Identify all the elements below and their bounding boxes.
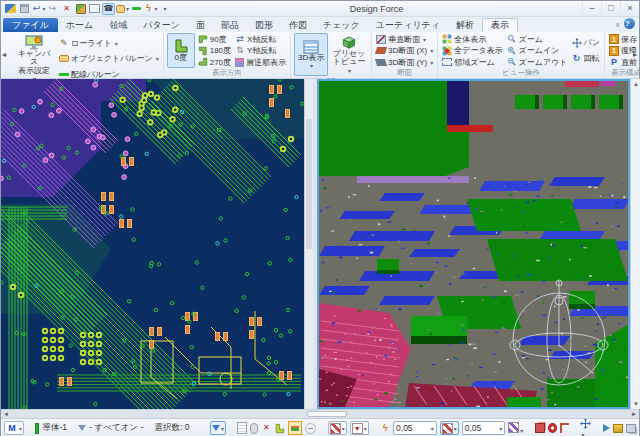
area-zoom-button[interactable]: 領域ズーム — [441, 57, 503, 68]
hscroll-thumb[interactable] — [307, 411, 347, 417]
delete-marker-icon[interactable] — [60, 3, 73, 15]
l-shape-270-icon — [198, 57, 208, 67]
pcb-3d-canvas[interactable] — [319, 81, 628, 407]
hscroll-left-icon[interactable] — [1, 410, 11, 418]
tab-shape[interactable]: 図形 — [247, 18, 281, 32]
zoom-out-button[interactable]: ズームアウト — [506, 57, 569, 68]
fit-view-button[interactable]: 全体表示 — [441, 34, 503, 45]
pcb-2d-canvas[interactable] — [1, 79, 304, 409]
layer-reverse-button[interactable]: 層逆順表示 — [234, 57, 287, 68]
mouse-toggle-icon[interactable] — [250, 423, 258, 434]
bolt-icon[interactable] — [144, 3, 157, 15]
highlight-icon[interactable] — [613, 424, 623, 433]
component-display-toggle-icon[interactable] — [288, 421, 302, 435]
vscroll-down-icon[interactable] — [631, 399, 640, 409]
vertical-section-button[interactable]: 垂直断面 — [375, 34, 434, 45]
red-grid-dropdown-button[interactable] — [328, 421, 347, 435]
all-data-view-button[interactable]: 全データ表示 — [441, 45, 503, 56]
flip-x-button[interactable]: X軸反転 — [234, 34, 287, 45]
clipboard-toggle-icon[interactable] — [237, 422, 247, 434]
ribbon-scroll-right-icon[interactable]: ▸ — [633, 50, 637, 59]
tab-utility[interactable]: ユーティリティ — [368, 18, 448, 32]
preset-view-button[interactable]: プリセットビュー — [330, 33, 368, 76]
zoom-in-button[interactable]: ズームイン — [506, 45, 569, 56]
filter-state-label[interactable]: - すべてオン - — [89, 422, 143, 434]
minus-toggle-icon[interactable] — [305, 423, 316, 434]
collapse-ribbon-icon[interactable] — [615, 19, 620, 29]
config-save-button[interactable]: 1保存 — [608, 34, 640, 45]
tab-draw[interactable]: 作図 — [281, 18, 315, 32]
active-layer-label[interactable]: 導体-1 — [42, 422, 67, 434]
grid-toggle-icon[interactable] — [74, 3, 87, 15]
tab-analysis[interactable]: 解析 — [448, 18, 482, 32]
mode-button[interactable]: M — [4, 421, 24, 435]
left-vscroll-thumb[interactable] — [306, 119, 312, 249]
corner-route-icon[interactable] — [560, 423, 569, 433]
grid-size-combo-2[interactable]: 0,05 — [462, 421, 506, 435]
zoom-out-label: ズームアウト — [519, 57, 568, 68]
l-shape-180-icon — [198, 46, 208, 56]
help-icon[interactable]: ? — [624, 18, 635, 29]
rotate-270-button[interactable]: 270度 — [197, 57, 232, 68]
ribbon-group-3d: 3D表示 プリセットビュー 3D — [291, 33, 372, 78]
filter-dropdown-button[interactable] — [210, 421, 226, 435]
right-canvas-vscrollbar[interactable] — [630, 79, 640, 409]
canvas-display-settings-button[interactable]: キャンバス 表示設定 — [12, 33, 56, 84]
minimize-button[interactable]: – — [582, 1, 601, 15]
wire-icon[interactable] — [130, 3, 143, 15]
pan-button[interactable]: パン — [571, 37, 601, 48]
maximize-button[interactable]: □ — [601, 1, 620, 15]
ribbon-scroll-left-icon[interactable]: ◂ — [2, 50, 6, 59]
rotate-90-button[interactable]: 90度 — [197, 34, 232, 45]
board-shape-toggle-icon[interactable] — [274, 423, 285, 434]
checker-dropdown-button[interactable] — [508, 422, 523, 435]
tab-home[interactable]: ホーム — [58, 18, 101, 32]
app-icon[interactable] — [4, 3, 17, 15]
ribbon: ◂ キャンバス 表示設定 ローライト オブジェクトバルーン 配線バルーン — [1, 32, 639, 79]
3d-section-x-button[interactable]: 3D断面 (X) — [375, 45, 434, 56]
tab-pattern[interactable]: パターン — [135, 18, 188, 32]
red-marker-dropdown-button[interactable] — [350, 421, 369, 435]
grid-size-combo-1[interactable]: 0,05 — [393, 421, 437, 435]
3d-section-y-button[interactable]: 3D断面 (Y) — [375, 57, 434, 68]
mode-m-label: M — [6, 423, 18, 433]
route-arrow-icon[interactable] — [603, 424, 610, 432]
rotate-view-label: 回転 — [584, 53, 600, 64]
rotate-view-button[interactable]: 回転 — [571, 53, 601, 64]
tab-plane[interactable]: 面 — [188, 18, 213, 32]
redo-icon[interactable] — [46, 3, 59, 15]
balloon-icon[interactable] — [116, 3, 129, 15]
wire-balloon-button[interactable]: 配線バルーン — [58, 69, 160, 80]
horizontal-scrollbar[interactable] — [1, 409, 639, 418]
phone-icon[interactable] — [102, 3, 115, 15]
tab-check[interactable]: チェック — [315, 18, 368, 32]
object-balloon-button[interactable]: オブジェクトバルーン — [58, 53, 160, 64]
tab-display[interactable]: 表示 — [482, 18, 518, 32]
tab-area[interactable]: 領域 — [101, 18, 135, 32]
zoom-box-icon[interactable] — [88, 3, 101, 15]
hscroll-right-icon[interactable] — [629, 410, 639, 418]
vscroll-up-icon[interactable] — [631, 79, 640, 89]
grid-mode-icon — [442, 423, 453, 434]
qat-more-button[interactable] — [158, 3, 171, 15]
tab-file[interactable]: ファイル — [3, 18, 58, 32]
3d-display-button[interactable]: 3D表示 — [294, 33, 328, 76]
grid-mode-dropdown-button[interactable] — [440, 421, 459, 435]
snap-bolt-icon[interactable] — [380, 423, 390, 433]
save-icon[interactable] — [18, 3, 31, 15]
flip-y-button[interactable]: Y軸反転 — [234, 45, 287, 56]
rotate-0-button[interactable]: 0度 — [167, 33, 195, 68]
tab-parts[interactable]: 部品 — [213, 18, 247, 32]
pcb-3d-view — [317, 79, 630, 409]
zoom-button[interactable]: ズーム — [506, 34, 569, 45]
delete-toggle-icon[interactable] — [261, 423, 271, 433]
undo-icon[interactable] — [32, 3, 45, 15]
lowlight-button[interactable]: ローライト — [58, 38, 160, 49]
pan-mode-dropdown-button[interactable] — [580, 418, 591, 436]
close-button[interactable]: × — [620, 1, 639, 15]
via-red-icon[interactable] — [548, 423, 557, 433]
rotate-180-button[interactable]: 180度 — [197, 45, 232, 56]
stack-icon[interactable] — [626, 424, 636, 433]
layers-red-icon[interactable] — [535, 423, 545, 433]
left-canvas-vscrollbar[interactable] — [304, 79, 313, 409]
